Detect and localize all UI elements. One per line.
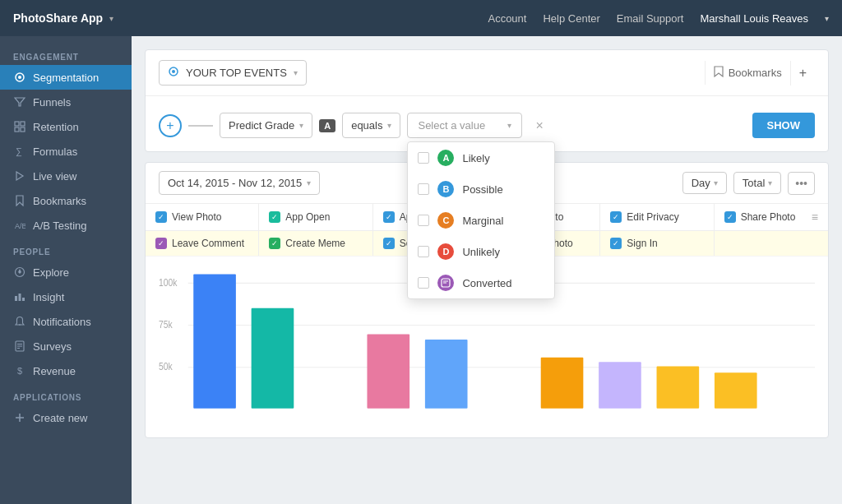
sidebar-item-segmentation[interactable]: Segmentation [0,65,132,90]
svg-rect-14 [19,294,21,301]
event-selector-icon [168,66,179,80]
filter-icon [13,95,26,109]
value-select-btn[interactable]: Select a value ▾ [407,113,522,138]
play-icon [13,169,26,183]
nav-user[interactable]: Marshall Louis Reaves [700,12,808,25]
chart-bar-icon [13,290,26,303]
more-options-btn[interactable]: ••• [788,172,815,195]
date-range-label: Oct 14, 2015 - Nov 12, 2015 [168,177,302,189]
sidebar-item-bookmarks[interactable]: Bookmarks [0,188,132,213]
nav-email-support[interactable]: Email Support [617,12,684,25]
nav-help-center[interactable]: Help Center [543,12,599,25]
event-tag-create-meme[interactable]: ✓ Create Meme [259,231,372,256]
checkbox-possible[interactable] [418,183,429,195]
svg-rect-41 [599,362,641,409]
sidebar-item-surveys[interactable]: Surveys [0,334,132,358]
checkbox-app-install[interactable]: ✓ [383,211,395,223]
svg-rect-6 [21,127,25,132]
compass-icon [13,266,26,279]
event-tag-sign-in[interactable]: ✓ Sign In [600,231,714,256]
svg-text:A/B: A/B [15,222,25,230]
svg-rect-39 [425,340,468,409]
checkbox-app-open[interactable]: ✓ [269,211,280,223]
checkbox-unlikely[interactable] [418,246,429,257]
filter-connector [188,125,213,127]
event-tag-leave-comment[interactable]: ✓ Leave Comment [146,231,259,256]
sidebar-item-retention[interactable]: Retention [0,114,132,139]
user-dropdown-arrow[interactable]: ▾ [825,14,829,23]
svg-rect-42 [657,367,700,409]
event-tag-share-photo[interactable]: ✓ Share Photo ≡ [715,204,828,230]
event-tag-edit-privacy[interactable]: ✓ Edit Privacy [600,204,714,230]
sidebar-item-notifications[interactable]: Notifications [0,309,132,334]
dropdown-item-converted[interactable]: Converted [408,267,554,298]
svg-text:100k: 100k [159,277,178,288]
property-select[interactable]: Predict Grade ▾ [220,113,312,138]
period-select[interactable]: Day ▾ [682,172,727,194]
event-tag-app-open[interactable]: ✓ App Open [259,204,372,230]
dropdown-item-likely[interactable]: A Likely [408,142,554,173]
sort-icon[interactable]: ≡ [812,210,818,224]
layout: ENGAGEMENT Segmentation Funnels Retentio… [0,36,842,504]
event-label-sign-in: Sign In [627,238,657,249]
property-chevron: ▾ [299,121,303,130]
checkbox-converted[interactable] [418,277,429,289]
checkbox-create-meme[interactable]: ✓ [269,238,280,249]
nav-left: PhotoShare App ▾ [13,12,113,25]
nav-account[interactable]: Account [488,12,526,25]
value-placeholder: Select a value [418,119,485,132]
checkbox-edit-privacy[interactable]: ✓ [610,211,622,223]
metric-select[interactable]: Total ▾ [733,172,781,194]
event-label-edit-privacy: Edit Privacy [627,211,678,223]
main-content: YOUR TOP EVENTS ▾ Bookmarks + + [132,36,842,504]
sidebar-item-live-view[interactable]: Live view [0,164,132,188]
date-range-chevron: ▾ [307,178,311,187]
event-label-share-photo: Share Photo [741,211,796,223]
checkbox-view-photo[interactable]: ✓ [155,211,167,223]
label-unlikely: Unlikely [462,246,500,258]
operator-select[interactable]: equals ▾ [342,113,400,138]
event-selector-label: YOUR TOP EVENTS [186,67,287,79]
dropdown-item-possible[interactable]: B Possible [408,173,554,205]
grade-circle-b: B [437,181,454,197]
sidebar-item-ab-testing[interactable]: A/B A/B Testing [0,213,132,238]
close-filter-btn[interactable]: × [529,115,549,136]
svg-text:75k: 75k [159,319,173,330]
event-selector-chevron: ▾ [294,68,298,77]
add-filter-btn[interactable]: + [159,114,182,137]
period-label: Day [692,177,710,189]
bookmarks-btn[interactable]: Bookmarks [705,61,790,85]
sidebar-item-explore[interactable]: Explore [0,260,132,284]
checkbox-session-end[interactable]: ✓ [383,238,395,249]
sidebar-item-create-new[interactable]: Create new [0,405,132,430]
svg-marker-9 [16,196,23,206]
sidebar-item-funnels[interactable]: Funnels [0,90,132,114]
grid-icon [13,120,26,133]
event-tag-view-photo[interactable]: ✓ View Photo [146,204,259,230]
checkbox-likely[interactable] [418,152,429,164]
event-selector[interactable]: YOUR TOP EVENTS ▾ [159,60,307,86]
checkbox-sign-in[interactable]: ✓ [610,238,622,249]
svg-rect-43 [715,372,757,409]
dropdown-item-marginal[interactable]: C Marginal [408,205,554,236]
formula-icon: ∑ [13,145,26,158]
svg-rect-3 [15,122,19,126]
app-dropdown-arrow[interactable]: ▾ [109,14,113,23]
checkbox-leave-comment[interactable]: ✓ [155,238,167,249]
svg-marker-26 [715,67,723,76]
show-button[interactable]: SHOW [752,113,815,138]
svg-rect-15 [22,298,25,301]
sidebar-item-insight[interactable]: Insight [0,284,132,309]
checkbox-share-photo[interactable]: ✓ [724,211,736,223]
app-name: PhotoShare App [13,12,103,25]
top-nav: PhotoShare App ▾ Account Help Center Ema… [0,0,842,36]
sidebar-item-formulas[interactable]: ∑ Formulas [0,139,132,164]
checkbox-marginal[interactable] [418,215,429,226]
dropdown-item-unlikely[interactable]: D Unlikely [408,236,554,267]
operator-label: equals [351,119,382,132]
date-range-btn[interactable]: Oct 14, 2015 - Nov 12, 2015 ▾ [159,171,320,195]
metric-label: Total [743,177,765,189]
label-marginal: Marginal [462,215,503,227]
sidebar-item-revenue[interactable]: $ Revenue [0,358,132,383]
add-bookmark-btn[interactable]: + [790,61,815,86]
